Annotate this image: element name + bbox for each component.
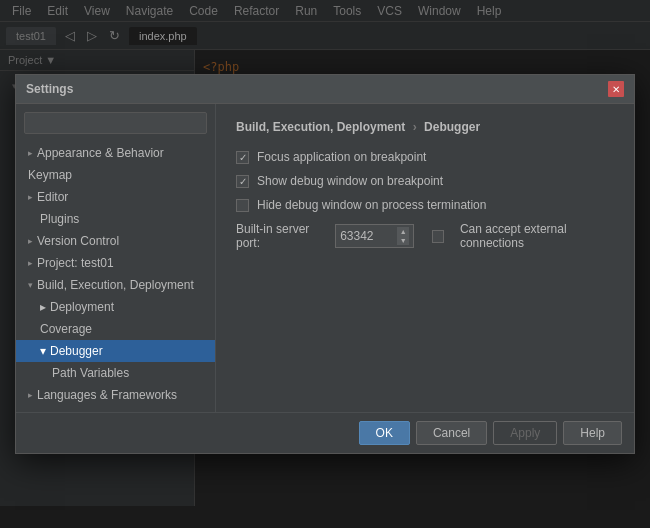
arrow-icon: ▸	[28, 148, 33, 158]
checkbox-show-debug[interactable]	[236, 175, 249, 188]
nav-label-appearance: Appearance & Behavior	[37, 146, 164, 160]
dialog-titlebar: Settings ✕	[16, 75, 634, 104]
checkbox-hide-debug[interactable]	[236, 199, 249, 212]
nav-item-plugins[interactable]: Plugins	[16, 208, 215, 230]
setting-row-1: Focus application on breakpoint	[236, 150, 614, 164]
nav-item-editor[interactable]: ▸ Editor	[16, 186, 215, 208]
label-focus: Focus application on breakpoint	[257, 150, 426, 164]
nav-item-coverage[interactable]: Coverage	[16, 318, 215, 340]
nav-item-build[interactable]: ▾ Build, Execution, Deployment	[16, 274, 215, 296]
nav-item-debugger[interactable]: ▾ Debugger	[16, 340, 215, 362]
dialog-close-button[interactable]: ✕	[608, 81, 624, 97]
dialog-title: Settings	[26, 82, 73, 96]
port-spinner: ▲ ▼	[397, 227, 409, 245]
settings-nav: ▸ Appearance & Behavior Keymap ▸ Editor …	[16, 104, 216, 412]
settings-dialog: Settings ✕ ▸ Appearance & Behavior Keyma…	[15, 74, 635, 454]
nav-label-editor: Editor	[37, 190, 68, 204]
setting-row-3: Hide debug window on process termination	[236, 198, 614, 212]
nav-label-plugins: Plugins	[40, 212, 79, 226]
ok-button[interactable]: OK	[359, 421, 410, 445]
nav-label-debugger: Debugger	[50, 344, 103, 358]
nav-label-project: Project: test01	[37, 256, 114, 270]
arrow-icon-languages: ▸	[28, 390, 33, 400]
nav-label-path-vars: Path Variables	[52, 366, 129, 380]
arrow-icon-project: ▸	[28, 258, 33, 268]
dialog-footer: OK Cancel Apply Help	[16, 412, 634, 453]
port-label: Built-in server port:	[236, 222, 325, 250]
nav-label-vc: Version Control	[37, 234, 119, 248]
nav-item-project[interactable]: ▸ Project: test01	[16, 252, 215, 274]
breadcrumb-part1: Build, Execution, Deployment	[236, 120, 405, 134]
nav-item-languages[interactable]: ▸ Languages & Frameworks	[16, 384, 215, 406]
port-decrement[interactable]: ▼	[397, 236, 409, 245]
modal-overlay: Settings ✕ ▸ Appearance & Behavior Keyma…	[0, 0, 650, 528]
nav-label-deployment: Deployment	[50, 300, 114, 314]
nav-label-keymap: Keymap	[28, 168, 72, 182]
label-show-debug: Show debug window on breakpoint	[257, 174, 443, 188]
cancel-button[interactable]: Cancel	[416, 421, 487, 445]
nav-item-deployment[interactable]: ▸ Deployment	[16, 296, 215, 318]
setting-row-2: Show debug window on breakpoint	[236, 174, 614, 188]
breadcrumb-part2: Debugger	[424, 120, 480, 134]
help-button[interactable]: Help	[563, 421, 622, 445]
nav-label-build: Build, Execution, Deployment	[37, 278, 194, 292]
ide-window: File Edit View Navigate Code Refactor Ru…	[0, 0, 650, 528]
nav-label-languages: Languages & Frameworks	[37, 388, 177, 402]
port-row: Built-in server port: ▲ ▼ Can accept ext…	[236, 222, 614, 250]
arrow-icon-editor: ▸	[28, 192, 33, 202]
arrow-icon-deployment: ▸	[40, 300, 46, 314]
checkbox-focus[interactable]	[236, 151, 249, 164]
label-hide-debug: Hide debug window on process termination	[257, 198, 486, 212]
port-input-wrap: ▲ ▼	[335, 224, 414, 248]
arrow-icon-build: ▾	[28, 280, 33, 290]
dialog-body: ▸ Appearance & Behavior Keymap ▸ Editor …	[16, 104, 634, 412]
breadcrumb-separator: ›	[413, 120, 417, 134]
settings-content: Build, Execution, Deployment › Debugger …	[216, 104, 634, 412]
arrow-icon-vc: ▸	[28, 236, 33, 246]
nav-item-keymap[interactable]: Keymap	[16, 164, 215, 186]
checkbox-accept-external[interactable]	[432, 230, 444, 243]
arrow-icon-debugger: ▾	[40, 344, 46, 358]
nav-item-path-vars[interactable]: Path Variables	[16, 362, 215, 384]
label-accept-external: Can accept external connections	[460, 222, 614, 250]
nav-label-coverage: Coverage	[40, 322, 92, 336]
breadcrumb: Build, Execution, Deployment › Debugger	[236, 120, 614, 134]
port-increment[interactable]: ▲	[397, 227, 409, 236]
nav-item-appearance[interactable]: ▸ Appearance & Behavior	[16, 142, 215, 164]
settings-search-input[interactable]	[24, 112, 207, 134]
port-input[interactable]	[340, 229, 395, 243]
apply-button[interactable]: Apply	[493, 421, 557, 445]
nav-item-version-control[interactable]: ▸ Version Control	[16, 230, 215, 252]
